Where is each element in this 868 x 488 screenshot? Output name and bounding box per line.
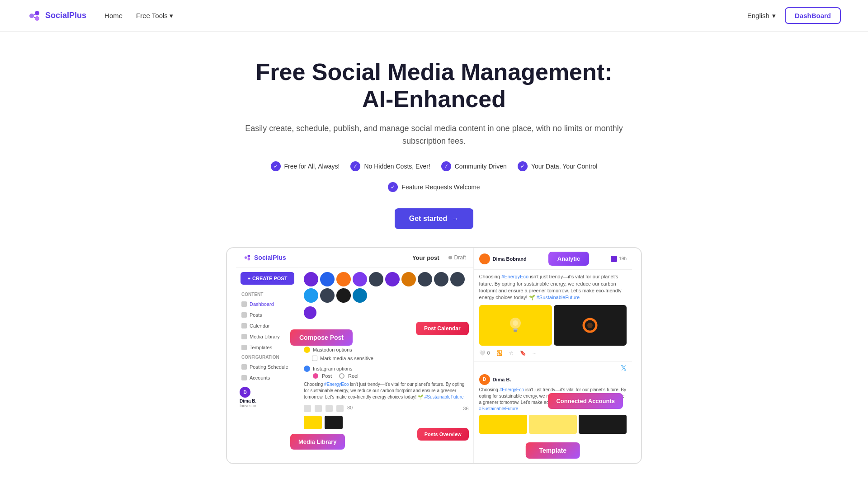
mastodon-small-icon — [611, 256, 617, 262]
connected-accounts-overlay: Connected Accounts — [548, 393, 623, 409]
check-icon: ✓ — [518, 161, 528, 171]
retweet-action[interactable]: 🔁 — [496, 350, 503, 356]
analytic-button[interactable]: Analytic — [548, 252, 590, 266]
app-right-panel: Dima Bobrаnd Analytic 19h Choosing #Ener… — [474, 248, 632, 463]
account-avatar — [385, 272, 400, 286]
variable-icon[interactable] — [336, 405, 344, 412]
app-mockup: SocialPlus Your post Draft + CREATE POST — [226, 247, 642, 464]
svg-point-13 — [587, 323, 593, 328]
post-calendar-button[interactable]: Post Calendar — [416, 322, 469, 335]
sidebar-item-posts[interactable]: Posts — [236, 310, 299, 320]
svg-rect-9 — [513, 328, 518, 330]
check-icon: ✓ — [441, 161, 451, 171]
bookmark-action[interactable]: 🔖 — [520, 350, 526, 356]
account-avatar — [353, 288, 367, 303]
account-avatar — [434, 272, 448, 286]
app-header: SocialPlus Your post Draft — [236, 248, 473, 267]
retweet-icon: 🔁 — [496, 350, 503, 356]
post-images — [479, 305, 627, 346]
bookmark-icon: 🔖 — [520, 350, 526, 356]
account-avatar — [336, 288, 351, 303]
posts-overview-button[interactable]: Posts Overview — [417, 428, 469, 441]
language-selector[interactable]: English ▾ — [747, 12, 776, 20]
mark-media-row: Mark media as sensitive — [312, 354, 469, 362]
post-card-text: Choosing #EnergyEco isn't just trendy—it… — [479, 273, 627, 301]
post-card: Choosing #EnergyEco isn't just trendy—it… — [474, 270, 632, 362]
badge-no-hidden: ✓ No Hidden Costs, Ever! — [350, 161, 430, 171]
instagram-icon — [304, 366, 310, 372]
emoji-icon[interactable] — [304, 405, 311, 412]
svg-rect-10 — [514, 330, 517, 332]
heart-icon: 🤍 — [479, 350, 486, 356]
media-library-icon — [241, 334, 247, 339]
logo-icon — [27, 9, 42, 23]
account-avatar — [320, 272, 335, 286]
sidebar-item-dashboard[interactable]: Dashboard — [236, 299, 299, 310]
badge-feature: ✓ Feature Requests Welcome — [388, 182, 480, 192]
sidebar-item-posting-schedule[interactable]: Posting Schedule — [236, 361, 299, 372]
app-logo: SocialPlus — [243, 253, 286, 262]
account-avatar — [304, 306, 316, 319]
char-limit: 80 — [347, 405, 353, 412]
post-radio[interactable] — [313, 373, 318, 379]
app-logo-icon — [243, 253, 251, 262]
user-name-label: Dima B. — [240, 399, 295, 404]
bulb-svg — [509, 316, 522, 334]
mastodon-icon — [304, 347, 310, 353]
sidebar-posts-label: Posts — [250, 312, 262, 318]
post-image-bulb — [479, 305, 552, 346]
check-icon: ✓ — [388, 182, 398, 192]
posts-icon — [241, 312, 247, 318]
twitter-icon: 𝕏 — [621, 364, 627, 372]
account-avatar — [304, 272, 318, 286]
create-post-button[interactable]: + CREATE POST — [241, 272, 294, 285]
logo-link[interactable]: SocialPlus — [27, 9, 86, 23]
sidebar-item-calendar[interactable]: Calendar — [236, 320, 299, 331]
sidebar-dashboard-label: Dashboard — [250, 301, 274, 307]
home-link[interactable]: Home — [104, 12, 123, 19]
like-action[interactable]: 🤍 0 — [479, 350, 490, 356]
get-started-button[interactable]: Get started → — [395, 208, 473, 229]
sidebar-item-media-library[interactable]: Media Library — [236, 331, 299, 342]
checkbox-icon[interactable] — [312, 356, 317, 361]
more-icon: ··· — [533, 350, 537, 356]
svg-point-7 — [248, 258, 250, 261]
account-avatar — [418, 272, 432, 286]
navbar: SocialPlus Home Free Tools ▾ English ▾ D… — [0, 0, 868, 32]
template-overlay: Template — [526, 442, 580, 459]
draft-dot — [448, 256, 452, 259]
chevron-down-icon: ▾ — [772, 12, 776, 20]
more-action[interactable]: ··· — [533, 350, 537, 356]
posting-schedule-icon — [241, 364, 247, 370]
star-action[interactable]: ☆ — [509, 350, 514, 356]
account-avatar — [401, 272, 416, 286]
dashboard-button[interactable]: DashBoard — [785, 7, 841, 24]
bottom-thumb-gold — [479, 415, 527, 434]
dashboard-icon — [241, 301, 247, 307]
sidebar: + CREATE POST Content Dashboard Posts — [236, 267, 299, 463]
sidebar-item-accounts[interactable]: Accounts — [236, 372, 299, 383]
ring-svg — [581, 316, 599, 334]
hashtag-icon[interactable] — [326, 405, 333, 412]
thumb-gold — [304, 416, 322, 429]
account-avatar — [304, 288, 318, 303]
svg-point-1 — [35, 11, 39, 15]
accounts-icon — [241, 375, 247, 380]
post-actions: 🤍 0 🔁 ☆ 🔖 ··· — [479, 348, 627, 358]
svg-point-2 — [35, 16, 39, 21]
reel-radio[interactable] — [339, 373, 344, 379]
bottom-thumb-mid — [529, 415, 577, 434]
plus-icon: + — [248, 276, 250, 281]
your-post-label: Your post — [412, 254, 439, 261]
app-body: + CREATE POST Content Dashboard Posts — [236, 267, 473, 463]
sidebar-item-templates[interactable]: Templates — [236, 342, 299, 353]
badge-data: ✓ Your Data, Your Control — [518, 161, 598, 171]
image-icon[interactable] — [315, 405, 322, 412]
user-info-row: D Dima B. Inovector — [236, 383, 299, 412]
bottom-thumb-dark — [579, 415, 627, 434]
user-role-label: Inovector — [240, 404, 295, 408]
post-toolbar: 80 36 — [304, 403, 469, 414]
free-tools-link[interactable]: Free Tools ▾ — [136, 12, 173, 20]
badge-free: ✓ Free for All, Always! — [271, 161, 340, 171]
post-image-ring — [554, 305, 627, 346]
